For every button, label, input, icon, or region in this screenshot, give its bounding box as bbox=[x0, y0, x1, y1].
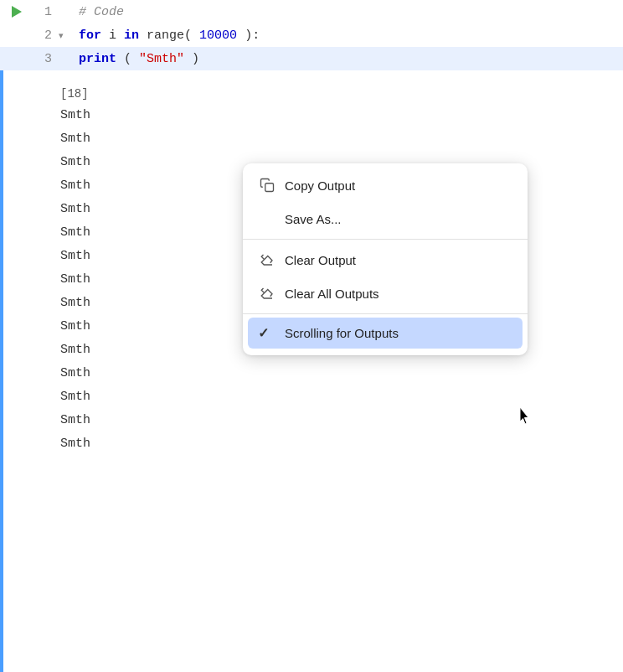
output-line: Smth bbox=[60, 409, 623, 432]
menu-label-clear-all-outputs: Clear All Outputs bbox=[285, 287, 379, 301]
code-range: range( bbox=[147, 28, 192, 43]
output-line: Smth bbox=[60, 385, 623, 409]
code-range-end: ): bbox=[245, 28, 260, 43]
eraser-icon-1 bbox=[258, 251, 276, 269]
run-button[interactable] bbox=[0, 6, 33, 18]
menu-divider-2 bbox=[243, 313, 528, 314]
menu-label-clear-output: Clear Output bbox=[285, 253, 356, 267]
menu-item-scrolling-for-outputs[interactable]: ✓ Scrolling for Outputs bbox=[248, 318, 523, 349]
copy-icon bbox=[258, 176, 276, 194]
checkmark-icon: ✓ bbox=[258, 325, 276, 341]
context-menu: Copy Output Save As... Clear Output bbox=[243, 163, 528, 355]
keyword-in: in bbox=[124, 28, 139, 43]
output-line: Smth bbox=[60, 127, 623, 151]
menu-item-save-as[interactable]: Save As... bbox=[243, 202, 528, 235]
menu-label-save-as: Save As... bbox=[285, 212, 342, 226]
eraser-icon-2 bbox=[258, 284, 276, 302]
output-line: Smth bbox=[60, 432, 623, 456]
line-number-1: 1 bbox=[33, 5, 59, 19]
code-string-smth: "Smth" bbox=[139, 52, 184, 66]
menu-label-scrolling-for-outputs: Scrolling for Outputs bbox=[285, 326, 399, 340]
code-text-2: for i in range( 10000 ): bbox=[72, 28, 260, 43]
code-paren-open: ( bbox=[124, 52, 131, 66]
code-area: 1 # Code 2 ▾ for i in range( 10000 ): 3 bbox=[0, 0, 623, 70]
code-text-3: print ( "Smth" ) bbox=[72, 52, 199, 66]
code-text-1: # Code bbox=[72, 5, 124, 19]
menu-item-copy-output[interactable]: Copy Output bbox=[243, 168, 528, 202]
svg-rect-0 bbox=[265, 184, 274, 192]
code-paren-close: ) bbox=[192, 52, 199, 66]
line-number-3: 3 bbox=[33, 52, 59, 66]
keyword-print: print bbox=[79, 52, 116, 66]
output-counter: [18] bbox=[0, 84, 623, 104]
output-line: Smth bbox=[60, 104, 623, 127]
code-range-val: 10000 bbox=[199, 28, 237, 43]
save-icon bbox=[258, 209, 276, 228]
run-icon bbox=[12, 6, 22, 18]
keyword-for: for bbox=[79, 28, 101, 43]
menu-label-copy-output: Copy Output bbox=[285, 178, 355, 193]
code-line-1: 1 # Code bbox=[0, 0, 623, 23]
menu-item-clear-output[interactable]: Clear Output bbox=[243, 243, 528, 277]
menu-divider-1 bbox=[243, 239, 528, 240]
editor-container: 1 # Code 2 ▾ for i in range( 10000 ): 3 bbox=[0, 0, 623, 672]
code-comment: # Code bbox=[79, 5, 124, 19]
code-line-2: 2 ▾ for i in range( 10000 ): bbox=[0, 23, 623, 47]
fold-arrow-2[interactable]: ▾ bbox=[59, 30, 72, 41]
code-line-3: 3 print ( "Smth" ) bbox=[0, 47, 623, 70]
cursor bbox=[519, 406, 531, 423]
code-var-i: i bbox=[109, 28, 124, 43]
output-line: Smth bbox=[60, 362, 623, 385]
menu-item-clear-all-outputs[interactable]: Clear All Outputs bbox=[243, 277, 528, 310]
line-number-2: 2 bbox=[33, 28, 59, 43]
